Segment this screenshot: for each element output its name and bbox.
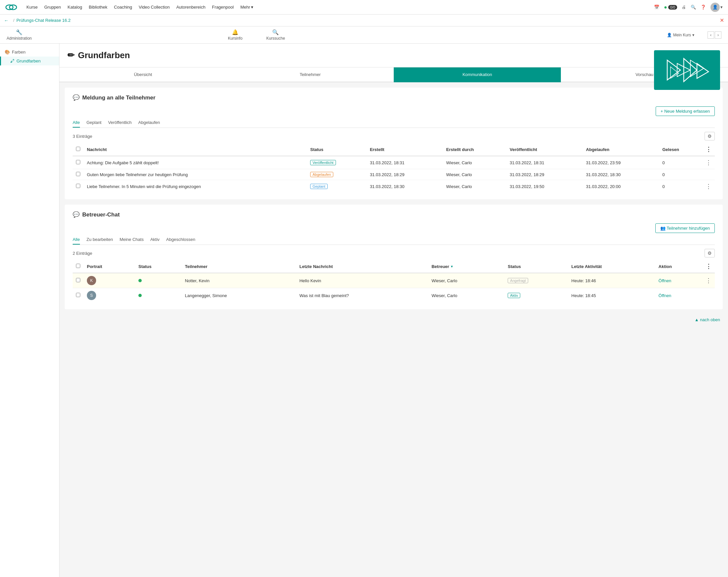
row-checkbox-3[interactable]	[76, 184, 80, 188]
tab-teilnehmer[interactable]: Teilnehmer	[227, 68, 394, 82]
course-thumbnail	[654, 50, 720, 90]
sidebar-group-farben[interactable]: 🎨 Farben	[0, 48, 59, 56]
neue-meldung-button[interactable]: + Neue Meldung erfassen	[656, 106, 715, 116]
breadcrumb-link[interactable]: Prüfungs-Chat Release 16.2	[17, 18, 71, 23]
chat-row-checkbox-2[interactable]	[76, 293, 80, 297]
teilnehmer-1: Notter, Kevin	[182, 273, 296, 288]
row-menu-3[interactable]: ⋮	[705, 183, 711, 190]
aktion-1[interactable]: Öffnen	[655, 273, 702, 288]
back-button[interactable]: ←	[4, 18, 8, 23]
col-portrait: Portrait	[83, 260, 135, 273]
kurssuche-label: Kurssuche	[266, 36, 285, 41]
nav-autorenbereich[interactable]: Autorenbereich	[176, 5, 205, 9]
filter-tab-alle[interactable]: Alle	[73, 120, 80, 128]
logo[interactable]	[5, 1, 17, 13]
nav-gruppen[interactable]: Gruppen	[44, 5, 61, 9]
row-menu-1[interactable]: ⋮	[705, 159, 711, 166]
main-layout: 🎨 Farben 🖍 Grundfarben ✏ Grundfarben	[0, 44, 728, 577]
meldungen-title-text: Meldung an alle Teilnehmer	[82, 95, 156, 101]
help-icon[interactable]: ❓	[701, 5, 706, 9]
meldungen-settings-button[interactable]: ⚙	[705, 132, 715, 141]
chat-filter-meine-chats[interactable]: Meine Chats	[120, 237, 144, 245]
next-arrow[interactable]: ›	[715, 31, 721, 39]
nav-fragenpool[interactable]: Fragenpool	[212, 5, 234, 9]
table-menu-icon[interactable]: ⋮	[705, 146, 711, 153]
avatar-1: K	[87, 276, 96, 285]
tab-kommunikation[interactable]: Kommunikation	[394, 68, 561, 82]
filter-tab-geplant[interactable]: Geplant	[86, 120, 102, 128]
nav-coaching[interactable]: Coaching	[114, 5, 132, 9]
chat-icon: 💬	[73, 94, 80, 101]
betreuer-chat-settings-button[interactable]: ⚙	[705, 249, 715, 257]
veroeffentlicht-1: 31.03.2022, 18:31	[506, 156, 583, 169]
abgelaufen-3: 31.03.2022, 20:00	[583, 180, 659, 193]
kurssuche-nav[interactable]: 🔍 Kurssuche	[266, 29, 285, 41]
status-indicator[interactable]: ● 0/0	[664, 4, 677, 10]
sidebar: 🎨 Farben 🖍 Grundfarben	[0, 44, 59, 577]
main-content: ✏ Grundfarben Übersicht Te	[59, 44, 728, 577]
col-nachricht: Nachricht	[83, 143, 307, 156]
select-all-checkbox[interactable]	[76, 147, 80, 151]
col-chat-status-2: Status	[504, 260, 568, 273]
betreuer-chat-action-row: 👥 Teilnehmer hinzufügen	[73, 223, 715, 233]
nachricht-3: Liebe Teilnehmer. In 5 Minuten wird die …	[83, 180, 307, 193]
row-checkbox-2[interactable]	[76, 172, 80, 176]
course-tabs: Übersicht Teilnehmer Kommunikation Vorsc…	[59, 68, 728, 82]
mein-kurs-nav[interactable]: 👤 Mein Kurs ▾	[667, 33, 694, 37]
erstellt-1: 31.03.2022, 18:31	[367, 156, 443, 169]
edit-course-icon[interactable]: ✏	[68, 50, 75, 60]
print-icon[interactable]: 🖨	[682, 5, 686, 9]
nach-oben-link[interactable]: ▲ nach oben	[59, 315, 728, 327]
letzte-aktivitaet-1: Heute: 18:46	[568, 273, 655, 288]
calendar-icon[interactable]: 📅	[654, 5, 659, 9]
erstellt-3: 31.03.2022, 18:30	[367, 180, 443, 193]
table-row: Guten Morgen liebe Teilnehmer zur heutig…	[73, 169, 715, 180]
nav-right: 📅 ● 0/0 🖨 🔍 ❓ 👤 ▾	[654, 3, 723, 12]
betreuer-1: Wieser, Carlo	[428, 273, 504, 288]
chat-filter-abgeschlossen[interactable]: Abgeschlossen	[166, 237, 195, 245]
kursinfo-nav[interactable]: 🔔 Kursinfo	[228, 29, 242, 41]
chat-status-2: Aktiv	[504, 288, 568, 303]
course-title-text: Grundfarben	[78, 50, 130, 60]
chat-filter-alle[interactable]: Alle	[73, 237, 80, 245]
row-checkbox-1[interactable]	[76, 160, 80, 164]
meldungen-action-row: + Neue Meldung erfassen	[73, 106, 715, 116]
chat-table-menu-icon[interactable]: ⋮	[705, 263, 711, 270]
sub-navigation: 🔧 Administration 🔔 Kursinfo 🔍 Kurssuche …	[0, 26, 728, 44]
nav-mehr[interactable]: Mehr ▾	[240, 5, 254, 9]
search-icon[interactable]: 🔍	[691, 5, 696, 9]
col-erstellt-durch: Erstellt durch	[443, 143, 506, 156]
avatar-2: S	[87, 291, 96, 300]
teilnehmer-hinzufuegen-button[interactable]: 👥 Teilnehmer hinzufügen	[655, 223, 715, 233]
nav-video-collection[interactable]: Video Collection	[139, 5, 170, 9]
col-abgelaufen: Abgelaufen	[583, 143, 659, 156]
chat-select-all[interactable]	[76, 264, 80, 268]
chat-row-checkbox-1[interactable]	[76, 278, 80, 282]
user-menu[interactable]: 👤 ▾	[710, 3, 723, 12]
oeffnen-link-1[interactable]: Öffnen	[659, 278, 672, 283]
meldungen-count: 3 Einträge	[73, 134, 92, 139]
chat-row-menu-1[interactable]: ⋮	[705, 277, 711, 284]
erstellt-durch-3: Wieser, Carlo	[443, 180, 506, 193]
sidebar-item-grundfarben[interactable]: 🖍 Grundfarben	[0, 56, 59, 66]
filter-tab-abgelaufen[interactable]: Abgelaufen	[138, 120, 160, 128]
abgelaufen-1: 31.03.2022, 23:59	[583, 156, 659, 169]
chat-filter-aktiv[interactable]: Aktiv	[150, 237, 159, 245]
betreuer-chat-section: 💬 Betreuer-Chat 👥 Teilnehmer hinzufügen …	[65, 205, 723, 309]
status-3: Geplant	[307, 180, 366, 193]
prev-arrow[interactable]: ‹	[707, 31, 714, 39]
filter-tab-veroeffentlich[interactable]: Veröffentlich	[108, 120, 131, 128]
nav-bibliothek[interactable]: Bibliothek	[89, 5, 107, 9]
administration-nav[interactable]: 🔧 Administration	[7, 29, 32, 41]
chat-filter-zu-bearbeiten[interactable]: Zu bearbeiten	[86, 237, 113, 245]
nav-katalog[interactable]: Katalog	[68, 5, 82, 9]
col-letzte-aktivitaet: Letzte Aktivität	[568, 260, 655, 273]
online-status-2	[135, 288, 182, 303]
nav-kurse[interactable]: Kurse	[26, 5, 38, 9]
oeffnen-link-2[interactable]: Öffnen	[659, 293, 672, 298]
aktion-2[interactable]: Öffnen	[655, 288, 702, 303]
close-button[interactable]: ✕	[720, 17, 724, 23]
kursinfo-label: Kursinfo	[228, 36, 242, 41]
tab-ubersicht[interactable]: Übersicht	[59, 68, 227, 82]
edit-icon-sidebar: 🖍	[10, 58, 15, 64]
